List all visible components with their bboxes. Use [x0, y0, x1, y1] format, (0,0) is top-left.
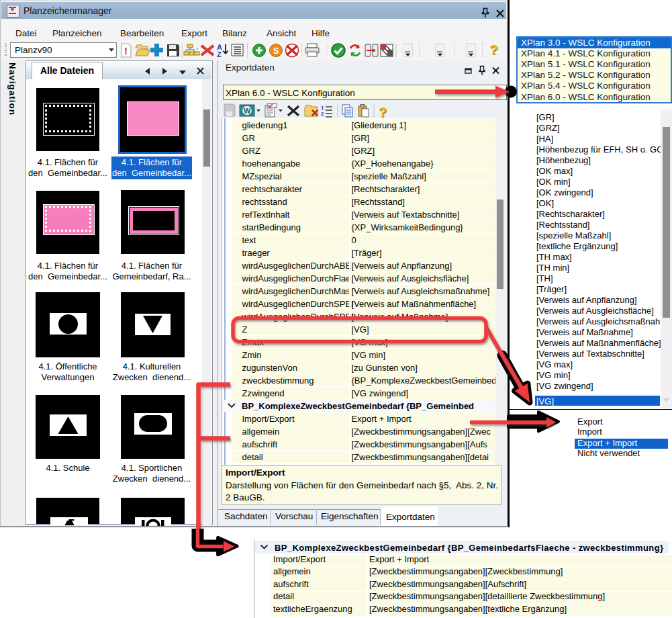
- svg-text:2: 2: [321, 111, 324, 117]
- svg-text:W: W: [244, 107, 251, 115]
- svg-text:?: ?: [379, 105, 387, 120]
- svg-text:!: !: [124, 45, 128, 56]
- svg-text:Z: Z: [217, 50, 222, 58]
- svg-text:1: 1: [321, 105, 324, 111]
- svg-text:S: S: [273, 46, 279, 56]
